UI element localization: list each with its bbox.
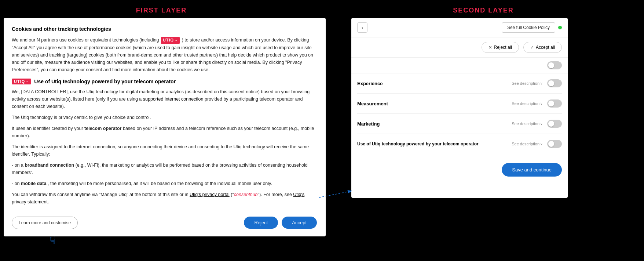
measurement-see-desc[interactable]: See description <box>512 101 543 106</box>
utiq-right: See description <box>512 140 562 148</box>
body4: The identifier is assigned to the intern… <box>12 143 317 158</box>
reject-all-button[interactable]: ✕ Reject all <box>482 42 519 53</box>
utiq-toggle[interactable] <box>547 140 562 148</box>
partial-toggle-switch[interactable] <box>547 61 562 69</box>
experience-right: See description <box>512 79 562 87</box>
toggle-row-experience: Experience See description <box>357 73 562 94</box>
utiq-logo-inline: UTIQ→ <box>161 37 180 44</box>
supported-connection-link[interactable]: supported internet connection <box>143 97 204 102</box>
consenthub-text: consenthub <box>234 192 258 197</box>
marketing-right: See description <box>512 120 562 128</box>
utiq-see-desc[interactable]: See description <box>512 142 543 146</box>
partial-toggle-row <box>351 58 568 73</box>
marketing-label: Marketing <box>357 121 431 127</box>
marketing-see-desc[interactable]: See description <box>512 122 543 126</box>
first-layer-footer: Learn more and customise Reject Accept <box>12 213 317 229</box>
second-layer-panel: ‹ See full Cookie Policy ✕ Reject all ✓ … <box>351 18 568 198</box>
section-header: UTIQ→ Use of Utiq technology powered by … <box>12 79 317 84</box>
section-title: Use of Utiq technology powered by your t… <box>34 79 176 84</box>
second-layer-header: ‹ See full Cookie Policy <box>351 18 568 37</box>
reject-accept-row: ✕ Reject all ✓ Accept all <box>351 37 568 58</box>
utiq-label: Use of Utiq technology powered by your t… <box>357 141 479 146</box>
measurement-knob <box>548 101 554 106</box>
back-button[interactable]: ‹ <box>357 22 367 33</box>
utiq-knob <box>548 141 554 147</box>
body1: We, [DATA CONTROLLER], use the Utiq tech… <box>12 88 317 110</box>
second-layer-footer: Save and continue <box>351 157 568 182</box>
pointer-arrow-icon: ☟ <box>50 235 56 247</box>
toggle-section: Experience See description Measurement S… <box>351 73 568 154</box>
accept-button[interactable]: Accept <box>282 217 317 229</box>
body3: It uses an identifier created by your te… <box>12 125 317 139</box>
body5: - on a broadband connection (e.g., Wi-Fi… <box>12 162 317 176</box>
experience-label: Experience <box>357 81 431 86</box>
toggle-row-utiq: Use of Utiq technology powered by your t… <box>357 134 562 154</box>
first-layer-title: Cookies and other tracking technologies <box>12 26 317 32</box>
body7: You can withdraw this consent anytime vi… <box>12 191 317 206</box>
save-continue-button[interactable]: Save and continue <box>502 163 562 177</box>
experience-see-desc[interactable]: See description <box>512 81 543 86</box>
reject-button[interactable]: Reject <box>244 217 278 229</box>
experience-toggle[interactable] <box>547 79 562 87</box>
check-icon: ✓ <box>530 45 534 50</box>
learn-more-button[interactable]: Learn more and customise <box>12 217 78 229</box>
measurement-right: See description <box>512 99 562 108</box>
accept-all-button[interactable]: ✓ Accept all <box>523 42 562 53</box>
first-layer-label: FIRST LAYER <box>0 7 323 14</box>
experience-knob <box>548 80 554 86</box>
toggle-row-measurement: Measurement See description <box>357 94 562 114</box>
x-icon: ✕ <box>489 45 492 50</box>
action-buttons: Reject Accept <box>244 217 317 229</box>
first-layer-intro: We and our N partners use cookies or equ… <box>12 36 317 73</box>
measurement-toggle[interactable] <box>547 99 562 108</box>
utiq-logo-section: UTIQ→ <box>12 79 31 84</box>
green-status-dot <box>558 26 562 29</box>
body6: - on mobile data , the marketing will be… <box>12 180 317 187</box>
marketing-toggle[interactable] <box>547 120 562 128</box>
partial-toggle-knob <box>548 62 554 68</box>
marketing-knob <box>548 121 554 127</box>
cookie-policy-button[interactable]: See full Cookie Policy <box>502 22 555 33</box>
second-layer-label: SECOND LAYER <box>323 7 644 14</box>
measurement-label: Measurement <box>357 101 431 106</box>
body2: The Utiq technology is privacy centric t… <box>12 114 317 121</box>
privacy-portal-link[interactable]: Utiq's privacy portal <box>190 192 230 197</box>
first-layer-panel: Cookies and other tracking technologies … <box>4 18 326 236</box>
toggle-row-marketing: Marketing See description <box>357 114 562 134</box>
